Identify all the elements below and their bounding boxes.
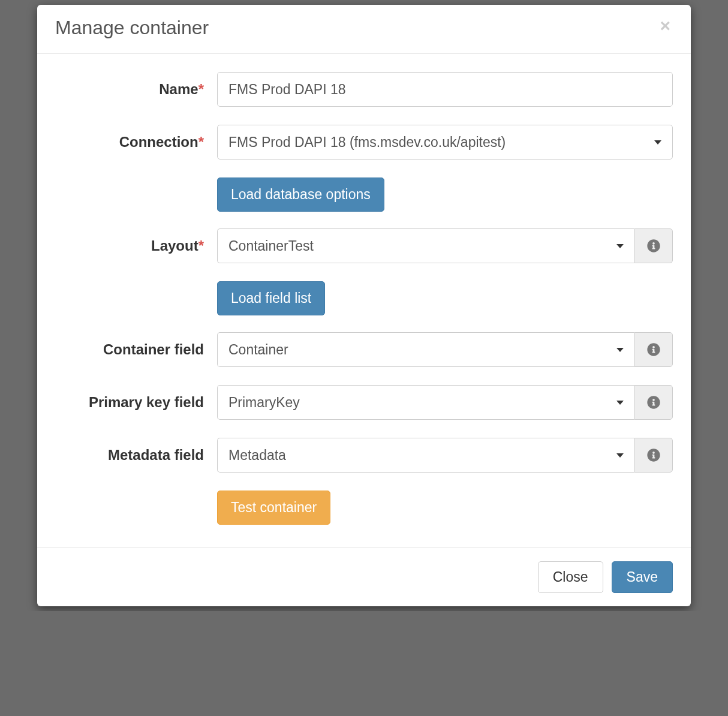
- primary-key-info-button[interactable]: [634, 385, 673, 420]
- form-row-metadata: Metadata field Metadata: [55, 438, 673, 473]
- info-icon: [647, 396, 660, 409]
- chevron-down-icon: [616, 453, 624, 458]
- close-button[interactable]: Close: [538, 561, 603, 593]
- label-name: Name*: [55, 81, 217, 98]
- layout-info-button[interactable]: [634, 228, 673, 263]
- required-marker: *: [198, 81, 204, 97]
- label-primary-key: Primary key field: [55, 394, 217, 411]
- form-row-test: Test container: [55, 491, 673, 525]
- info-icon: [647, 449, 660, 462]
- layout-select[interactable]: ContainerTest: [217, 228, 634, 263]
- manage-container-modal: Manage container × Name* Connection* FMS…: [37, 5, 691, 606]
- close-icon[interactable]: ×: [657, 17, 673, 35]
- form-row-name: Name*: [55, 72, 673, 107]
- label-metadata: Metadata field: [55, 447, 217, 464]
- load-database-options-button[interactable]: Load database options: [217, 178, 384, 212]
- connection-select[interactable]: FMS Prod DAPI 18 (fms.msdev.co.uk/apites…: [217, 125, 673, 160]
- test-container-button[interactable]: Test container: [217, 491, 330, 525]
- name-input-wrapper: [217, 72, 673, 107]
- metadata-select[interactable]: Metadata: [217, 438, 634, 473]
- metadata-info-button[interactable]: [634, 438, 673, 473]
- modal-header: Manage container ×: [37, 5, 691, 54]
- label-layout: Layout*: [55, 237, 217, 254]
- modal-footer: Close Save: [37, 547, 691, 606]
- required-marker: *: [198, 134, 204, 150]
- load-field-list-button[interactable]: Load field list: [217, 281, 325, 315]
- form-row-load-fields: Load field list: [55, 281, 673, 315]
- layout-select-value: ContainerTest: [228, 238, 314, 254]
- modal-body: Name* Connection* FMS Prod DAPI 18 (fms.…: [37, 54, 691, 547]
- form-row-primary-key: Primary key field PrimaryKey: [55, 385, 673, 420]
- label-name-text: Name: [159, 81, 198, 97]
- primary-key-select-value: PrimaryKey: [228, 395, 300, 411]
- container-field-select-value: Container: [228, 342, 288, 358]
- required-marker: *: [198, 237, 204, 254]
- label-connection-text: Connection: [119, 134, 198, 150]
- label-layout-text: Layout: [151, 237, 198, 254]
- chevron-down-icon: [616, 401, 624, 405]
- connection-select-value: FMS Prod DAPI 18 (fms.msdev.co.uk/apites…: [228, 134, 506, 151]
- save-button[interactable]: Save: [612, 561, 673, 593]
- metadata-select-value: Metadata: [228, 447, 286, 464]
- info-icon: [647, 239, 660, 252]
- form-row-container-field: Container field Container: [55, 332, 673, 367]
- form-row-connection: Connection* FMS Prod DAPI 18 (fms.msdev.…: [55, 125, 673, 160]
- label-connection: Connection*: [55, 134, 217, 151]
- name-input[interactable]: [228, 73, 661, 106]
- form-row-load-db: Load database options: [55, 178, 673, 212]
- primary-key-select[interactable]: PrimaryKey: [217, 385, 634, 420]
- container-field-select[interactable]: Container: [217, 332, 634, 367]
- modal-title: Manage container: [55, 17, 209, 39]
- container-field-info-button[interactable]: [634, 332, 673, 367]
- form-row-layout: Layout* ContainerTest: [55, 228, 673, 263]
- info-icon: [647, 343, 660, 356]
- chevron-down-icon: [616, 244, 624, 248]
- chevron-down-icon: [654, 140, 661, 145]
- chevron-down-icon: [616, 348, 624, 352]
- label-container-field: Container field: [55, 341, 217, 358]
